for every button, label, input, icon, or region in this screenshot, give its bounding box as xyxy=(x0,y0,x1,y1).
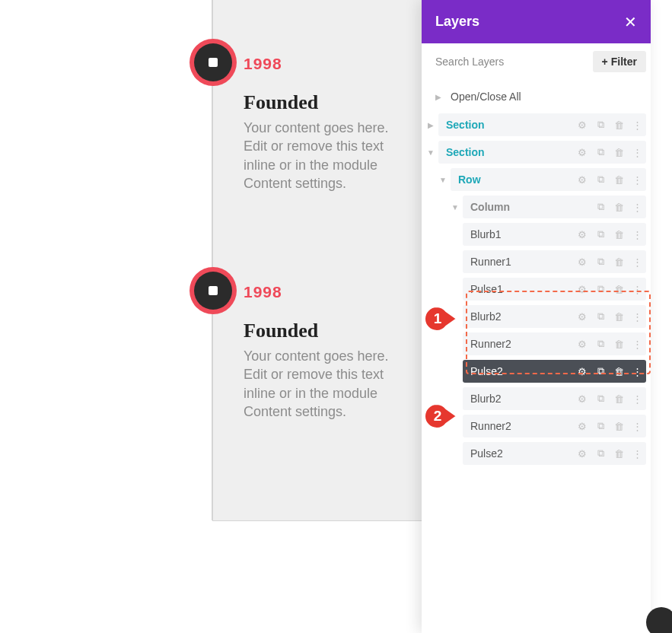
plus-icon: + xyxy=(602,56,608,68)
trash-icon[interactable]: 🗑 xyxy=(614,147,623,158)
layer-label: Column xyxy=(470,201,596,213)
layers-tree: ▶Open/Close All ▶Section⚙⧉🗑⋮ ▼Section⚙⧉🗑… xyxy=(422,80,651,633)
trash-icon[interactable]: 🗑 xyxy=(614,174,623,186)
layer-module[interactable]: Blurb2⚙⧉🗑⋮ xyxy=(463,305,646,328)
layer-module[interactable]: Pulse2⚙⧉🗑⋮ xyxy=(463,442,646,465)
layer-label: Blurb2 xyxy=(470,393,578,405)
search-input[interactable] xyxy=(435,56,587,68)
trash-icon[interactable]: 🗑 xyxy=(614,311,623,323)
timeline-heading[interactable]: Founded xyxy=(244,320,412,342)
gear-icon[interactable]: ⚙ xyxy=(578,448,587,460)
more-icon[interactable]: ⋮ xyxy=(632,147,642,158)
timeline-year: 1998 xyxy=(244,283,412,301)
filter-label: Filter xyxy=(611,56,637,68)
more-icon[interactable]: ⋮ xyxy=(632,366,642,377)
gear-icon[interactable]: ⚙ xyxy=(578,393,587,405)
layer-module[interactable]: Runner2⚙⧉🗑⋮ xyxy=(463,415,646,437)
trash-icon[interactable]: 🗑 xyxy=(614,366,623,377)
more-icon[interactable]: ⋮ xyxy=(632,256,642,268)
duplicate-icon[interactable]: ⧉ xyxy=(596,338,605,350)
layer-module[interactable]: Runner2⚙⧉🗑⋮ xyxy=(463,332,646,355)
stop-icon xyxy=(209,286,218,295)
duplicate-icon[interactable]: ⧉ xyxy=(596,393,605,405)
gear-icon[interactable]: ⚙ xyxy=(578,311,587,323)
trash-icon[interactable]: 🗑 xyxy=(614,202,623,213)
layer-label: Section xyxy=(446,119,578,131)
trash-icon[interactable]: 🗑 xyxy=(614,229,623,240)
layer-label: Pulse2 xyxy=(470,365,578,377)
gear-icon[interactable]: ⚙ xyxy=(578,284,587,295)
panel-header: Layers ✕ xyxy=(422,0,651,43)
layer-row[interactable]: ▼Row⚙⧉🗑⋮ xyxy=(438,168,646,191)
timeline-body[interactable]: Your content goes here. Edit or remove t… xyxy=(244,119,412,192)
gear-icon[interactable]: ⚙ xyxy=(578,421,587,432)
more-icon[interactable]: ⋮ xyxy=(632,339,642,350)
more-icon[interactable]: ⋮ xyxy=(632,174,642,186)
callout-marker: 2 xyxy=(423,402,457,430)
chevron-right-icon: ▶ xyxy=(434,93,443,101)
layer-label: Runner2 xyxy=(470,420,578,432)
duplicate-icon[interactable]: ⧉ xyxy=(596,365,605,377)
chevron-down-icon: ▼ xyxy=(438,176,447,184)
more-icon[interactable]: ⋮ xyxy=(632,119,642,131)
layer-module[interactable]: Blurb1⚙⧉🗑⋮ xyxy=(463,223,646,246)
more-icon[interactable]: ⋮ xyxy=(632,421,642,432)
layer-module[interactable]: Blurb2⚙⧉🗑⋮ xyxy=(463,387,646,410)
layer-section[interactable]: ▶Section⚙⧉🗑⋮ xyxy=(426,113,646,136)
gear-icon[interactable]: ⚙ xyxy=(578,256,587,268)
duplicate-icon[interactable]: ⧉ xyxy=(596,283,605,295)
close-icon[interactable]: ✕ xyxy=(624,13,637,31)
trash-icon[interactable]: 🗑 xyxy=(614,421,623,432)
timeline-marker[interactable] xyxy=(189,267,237,314)
timeline-body[interactable]: Your content goes here. Edit or remove t… xyxy=(244,347,412,421)
gear-icon[interactable]: ⚙ xyxy=(578,119,587,131)
stop-icon xyxy=(209,58,218,67)
open-close-all[interactable]: ▶Open/Close All xyxy=(426,91,646,103)
duplicate-icon[interactable]: ⧉ xyxy=(596,447,605,460)
gear-icon[interactable]: ⚙ xyxy=(578,339,587,350)
more-icon[interactable]: ⋮ xyxy=(632,284,642,295)
search-row: +Filter xyxy=(422,43,651,80)
trash-icon[interactable]: 🗑 xyxy=(614,448,623,460)
layer-label: Row xyxy=(458,173,578,186)
timeline-heading[interactable]: Founded xyxy=(244,91,412,114)
more-icon[interactable]: ⋮ xyxy=(632,311,642,323)
duplicate-icon[interactable]: ⧉ xyxy=(596,119,605,131)
layer-label: Blurb2 xyxy=(470,310,578,323)
layer-label: Runner2 xyxy=(470,338,578,350)
duplicate-icon[interactable]: ⧉ xyxy=(596,228,605,240)
timeline-marker[interactable] xyxy=(189,39,237,86)
layer-label: Pulse2 xyxy=(470,447,578,460)
layer-module[interactable]: Runner1⚙⧉🗑⋮ xyxy=(463,250,646,273)
more-icon[interactable]: ⋮ xyxy=(632,229,642,240)
callout-marker: 1 xyxy=(423,305,457,332)
duplicate-icon[interactable]: ⧉ xyxy=(596,310,605,323)
duplicate-icon[interactable]: ⧉ xyxy=(596,201,605,213)
layer-section[interactable]: ▼Section⚙⧉🗑⋮ xyxy=(426,141,646,164)
layer-module[interactable]: Pulse1⚙⧉🗑⋮ xyxy=(463,278,646,301)
trash-icon[interactable]: 🗑 xyxy=(614,256,623,268)
layer-column[interactable]: ▼Column⧉🗑⋮ xyxy=(451,196,646,218)
panel-title: Layers xyxy=(435,14,479,30)
gear-icon[interactable]: ⚙ xyxy=(578,174,587,186)
more-icon[interactable]: ⋮ xyxy=(632,393,642,405)
gear-icon[interactable]: ⚙ xyxy=(578,147,587,158)
chevron-down-icon: ▼ xyxy=(426,148,435,157)
chevron-right-icon: ▶ xyxy=(426,121,435,129)
more-icon[interactable]: ⋮ xyxy=(632,448,642,460)
trash-icon[interactable]: 🗑 xyxy=(614,284,623,295)
timeline-entry: 1998 Founded Your content goes here. Edi… xyxy=(244,55,412,192)
layer-module[interactable]: Pulse2⚙⧉🗑⋮ xyxy=(463,360,646,383)
gear-icon[interactable]: ⚙ xyxy=(578,366,587,377)
trash-icon[interactable]: 🗑 xyxy=(614,339,623,350)
duplicate-icon[interactable]: ⧉ xyxy=(596,146,605,158)
duplicate-icon[interactable]: ⧉ xyxy=(596,420,605,432)
duplicate-icon[interactable]: ⧉ xyxy=(596,173,605,186)
trash-icon[interactable]: 🗑 xyxy=(614,393,623,405)
trash-icon[interactable]: 🗑 xyxy=(614,119,623,131)
filter-button[interactable]: +Filter xyxy=(593,51,646,72)
duplicate-icon[interactable]: ⧉ xyxy=(596,256,605,268)
gear-icon[interactable]: ⚙ xyxy=(578,229,587,240)
help-badge[interactable] xyxy=(646,607,672,633)
more-icon[interactable]: ⋮ xyxy=(632,202,642,213)
